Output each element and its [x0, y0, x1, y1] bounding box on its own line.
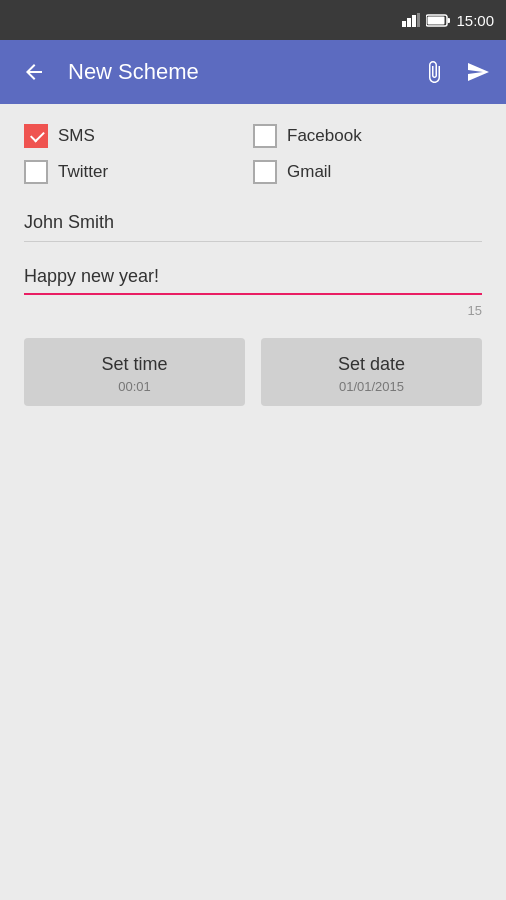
attach-button[interactable] [422, 60, 446, 84]
app-bar-actions [422, 60, 490, 84]
sms-label: SMS [58, 126, 95, 146]
message-input[interactable] [24, 262, 482, 291]
name-input-container [24, 204, 482, 242]
twitter-label: Twitter [58, 162, 108, 182]
facebook-label: Facebook [287, 126, 362, 146]
send-button[interactable] [466, 60, 490, 84]
checkbox-row-1: SMS Facebook [24, 124, 482, 148]
app-bar: New Scheme [0, 40, 506, 104]
battery-icon [426, 14, 450, 27]
gmail-checkbox[interactable] [253, 160, 277, 184]
checkboxes-container: SMS Facebook Twitter Gmail [24, 124, 482, 184]
svg-rect-5 [448, 18, 451, 23]
content-area: SMS Facebook Twitter Gmail 15 [0, 104, 506, 900]
svg-marker-2 [412, 15, 416, 27]
set-time-label: Set time [101, 354, 167, 375]
message-container [24, 262, 482, 295]
facebook-checkbox[interactable] [253, 124, 277, 148]
char-count: 15 [24, 303, 482, 318]
buttons-row: Set time 00:01 Set date 01/01/2015 [24, 338, 482, 406]
app-title: New Scheme [68, 59, 406, 85]
back-button[interactable] [16, 54, 52, 90]
status-icons: 15:00 [402, 12, 494, 29]
svg-marker-1 [407, 18, 411, 27]
set-time-button[interactable]: Set time 00:01 [24, 338, 245, 406]
gmail-label: Gmail [287, 162, 331, 182]
set-date-value: 01/01/2015 [339, 379, 404, 394]
status-time: 15:00 [456, 12, 494, 29]
set-time-value: 00:01 [118, 379, 151, 394]
svg-marker-3 [417, 13, 420, 27]
svg-marker-0 [402, 21, 406, 27]
set-date-button[interactable]: Set date 01/01/2015 [261, 338, 482, 406]
facebook-group: Facebook [253, 124, 482, 148]
twitter-checkbox[interactable] [24, 160, 48, 184]
status-bar: 15:00 [0, 0, 506, 40]
message-underline [24, 293, 482, 295]
twitter-group: Twitter [24, 160, 253, 184]
checkbox-row-2: Twitter Gmail [24, 160, 482, 184]
gmail-group: Gmail [253, 160, 482, 184]
signal-icon [402, 13, 420, 27]
sms-checkbox[interactable] [24, 124, 48, 148]
set-date-label: Set date [338, 354, 405, 375]
name-input[interactable] [24, 204, 482, 241]
sms-group: SMS [24, 124, 253, 148]
svg-rect-6 [428, 16, 445, 24]
